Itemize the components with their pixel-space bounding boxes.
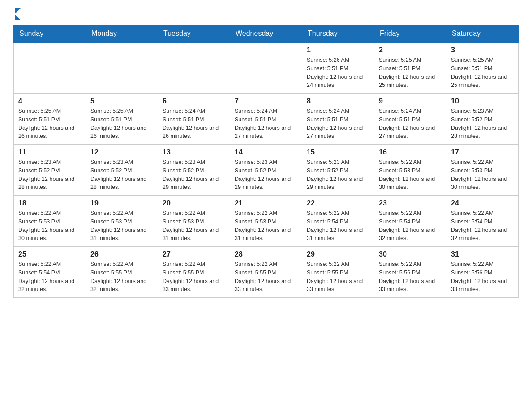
day-of-week-header: Sunday: [14, 25, 86, 43]
calendar-cell: 31Sunrise: 5:22 AM Sunset: 5:56 PM Dayli…: [446, 247, 519, 298]
day-info: Sunrise: 5:25 AM Sunset: 5:51 PM Dayligh…: [451, 56, 514, 90]
day-number: 1: [307, 46, 369, 54]
day-info: Sunrise: 5:22 AM Sunset: 5:55 PM Dayligh…: [307, 260, 369, 294]
calendar-cell: 26Sunrise: 5:22 AM Sunset: 5:55 PM Dayli…: [86, 247, 158, 298]
calendar-cell: 22Sunrise: 5:22 AM Sunset: 5:54 PM Dayli…: [302, 196, 374, 247]
day-number: 30: [379, 250, 442, 258]
day-info: Sunrise: 5:25 AM Sunset: 5:51 PM Dayligh…: [379, 56, 442, 90]
day-number: 24: [451, 199, 514, 207]
day-info: Sunrise: 5:22 AM Sunset: 5:54 PM Dayligh…: [307, 209, 369, 243]
calendar-week-row: 25Sunrise: 5:22 AM Sunset: 5:54 PM Dayli…: [14, 247, 519, 298]
day-info: Sunrise: 5:24 AM Sunset: 5:51 PM Dayligh…: [307, 107, 369, 141]
day-info: Sunrise: 5:23 AM Sunset: 5:52 PM Dayligh…: [235, 158, 297, 192]
day-info: Sunrise: 5:22 AM Sunset: 5:53 PM Dayligh…: [379, 158, 442, 192]
calendar-cell: 2Sunrise: 5:25 AM Sunset: 5:51 PM Daylig…: [374, 43, 446, 94]
calendar-cell: 20Sunrise: 5:22 AM Sunset: 5:53 PM Dayli…: [158, 196, 230, 247]
calendar-week-row: 4Sunrise: 5:25 AM Sunset: 5:51 PM Daylig…: [14, 94, 519, 145]
day-of-week-header: Tuesday: [158, 25, 230, 43]
calendar-cell: 21Sunrise: 5:22 AM Sunset: 5:53 PM Dayli…: [230, 196, 302, 247]
logo: [13, 9, 21, 20]
day-number: 17: [451, 148, 514, 156]
day-number: 8: [307, 97, 369, 105]
day-number: 25: [18, 250, 81, 258]
calendar-cell: 14Sunrise: 5:23 AM Sunset: 5:52 PM Dayli…: [230, 145, 302, 196]
calendar-cell: 25Sunrise: 5:22 AM Sunset: 5:54 PM Dayli…: [14, 247, 86, 298]
calendar-cell: [230, 43, 302, 94]
day-number: 13: [163, 148, 225, 156]
day-of-week-header: Thursday: [302, 25, 374, 43]
day-info: Sunrise: 5:25 AM Sunset: 5:51 PM Dayligh…: [18, 107, 81, 141]
day-info: Sunrise: 5:22 AM Sunset: 5:55 PM Dayligh…: [163, 260, 225, 294]
calendar-table: SundayMondayTuesdayWednesdayThursdayFrid…: [13, 25, 519, 298]
day-info: Sunrise: 5:24 AM Sunset: 5:51 PM Dayligh…: [235, 107, 297, 141]
day-number: 11: [18, 148, 81, 156]
day-info: Sunrise: 5:22 AM Sunset: 5:54 PM Dayligh…: [18, 260, 81, 294]
day-number: 23: [379, 199, 442, 207]
day-info: Sunrise: 5:22 AM Sunset: 5:54 PM Dayligh…: [379, 209, 442, 243]
calendar-cell: 24Sunrise: 5:22 AM Sunset: 5:54 PM Dayli…: [446, 196, 519, 247]
calendar-cell: 17Sunrise: 5:22 AM Sunset: 5:53 PM Dayli…: [446, 145, 519, 196]
day-info: Sunrise: 5:22 AM Sunset: 5:53 PM Dayligh…: [90, 209, 153, 243]
day-of-week-header: Friday: [374, 25, 446, 43]
day-info: Sunrise: 5:22 AM Sunset: 5:55 PM Dayligh…: [235, 260, 297, 294]
day-number: 27: [163, 250, 225, 258]
days-of-week-row: SundayMondayTuesdayWednesdayThursdayFrid…: [14, 25, 519, 43]
calendar-header: SundayMondayTuesdayWednesdayThursdayFrid…: [14, 25, 519, 43]
calendar-cell: 30Sunrise: 5:22 AM Sunset: 5:56 PM Dayli…: [374, 247, 446, 298]
day-info: Sunrise: 5:22 AM Sunset: 5:54 PM Dayligh…: [451, 209, 514, 243]
day-number: 4: [18, 97, 81, 105]
calendar-cell: 19Sunrise: 5:22 AM Sunset: 5:53 PM Dayli…: [86, 196, 158, 247]
calendar-cell: 7Sunrise: 5:24 AM Sunset: 5:51 PM Daylig…: [230, 94, 302, 145]
calendar-cell: 16Sunrise: 5:22 AM Sunset: 5:53 PM Dayli…: [374, 145, 446, 196]
day-info: Sunrise: 5:22 AM Sunset: 5:53 PM Dayligh…: [235, 209, 297, 243]
day-number: 5: [90, 97, 153, 105]
day-number: 3: [451, 46, 514, 54]
day-number: 9: [379, 97, 442, 105]
calendar-cell: 10Sunrise: 5:23 AM Sunset: 5:52 PM Dayli…: [446, 94, 519, 145]
calendar-cell: 12Sunrise: 5:23 AM Sunset: 5:52 PM Dayli…: [86, 145, 158, 196]
day-number: 15: [307, 148, 369, 156]
day-info: Sunrise: 5:23 AM Sunset: 5:52 PM Dayligh…: [163, 158, 225, 192]
day-number: 28: [235, 250, 297, 258]
day-number: 14: [235, 148, 297, 156]
calendar-cell: 13Sunrise: 5:23 AM Sunset: 5:52 PM Dayli…: [158, 145, 230, 196]
day-info: Sunrise: 5:22 AM Sunset: 5:55 PM Dayligh…: [90, 260, 153, 294]
calendar-cell: 5Sunrise: 5:25 AM Sunset: 5:51 PM Daylig…: [86, 94, 158, 145]
day-info: Sunrise: 5:26 AM Sunset: 5:51 PM Dayligh…: [307, 56, 369, 90]
calendar-cell: 27Sunrise: 5:22 AM Sunset: 5:55 PM Dayli…: [158, 247, 230, 298]
calendar-cell: 11Sunrise: 5:23 AM Sunset: 5:52 PM Dayli…: [14, 145, 86, 196]
calendar-cell: 29Sunrise: 5:22 AM Sunset: 5:55 PM Dayli…: [302, 247, 374, 298]
page-header: [13, 9, 519, 20]
day-number: 16: [379, 148, 442, 156]
day-info: Sunrise: 5:23 AM Sunset: 5:52 PM Dayligh…: [307, 158, 369, 192]
day-number: 19: [90, 199, 153, 207]
day-info: Sunrise: 5:23 AM Sunset: 5:52 PM Dayligh…: [451, 107, 514, 141]
calendar-cell: 8Sunrise: 5:24 AM Sunset: 5:51 PM Daylig…: [302, 94, 374, 145]
day-number: 2: [379, 46, 442, 54]
calendar-cell: 1Sunrise: 5:26 AM Sunset: 5:51 PM Daylig…: [302, 43, 374, 94]
calendar-week-row: 18Sunrise: 5:22 AM Sunset: 5:53 PM Dayli…: [14, 196, 519, 247]
day-number: 29: [307, 250, 369, 258]
calendar-cell: 23Sunrise: 5:22 AM Sunset: 5:54 PM Dayli…: [374, 196, 446, 247]
day-number: 6: [163, 97, 225, 105]
calendar-body: 1Sunrise: 5:26 AM Sunset: 5:51 PM Daylig…: [14, 43, 519, 298]
day-number: 7: [235, 97, 297, 105]
calendar-cell: 6Sunrise: 5:24 AM Sunset: 5:51 PM Daylig…: [158, 94, 230, 145]
calendar-week-row: 1Sunrise: 5:26 AM Sunset: 5:51 PM Daylig…: [14, 43, 519, 94]
calendar-cell: [86, 43, 158, 94]
calendar-cell: 4Sunrise: 5:25 AM Sunset: 5:51 PM Daylig…: [14, 94, 86, 145]
day-info: Sunrise: 5:22 AM Sunset: 5:56 PM Dayligh…: [451, 260, 514, 294]
day-info: Sunrise: 5:24 AM Sunset: 5:51 PM Dayligh…: [379, 107, 442, 141]
day-number: 20: [163, 199, 225, 207]
day-number: 22: [307, 199, 369, 207]
calendar-week-row: 11Sunrise: 5:23 AM Sunset: 5:52 PM Dayli…: [14, 145, 519, 196]
day-info: Sunrise: 5:23 AM Sunset: 5:52 PM Dayligh…: [18, 158, 81, 192]
day-info: Sunrise: 5:22 AM Sunset: 5:56 PM Dayligh…: [379, 260, 442, 294]
calendar-cell: 28Sunrise: 5:22 AM Sunset: 5:55 PM Dayli…: [230, 247, 302, 298]
calendar-cell: 3Sunrise: 5:25 AM Sunset: 5:51 PM Daylig…: [446, 43, 519, 94]
calendar-cell: 18Sunrise: 5:22 AM Sunset: 5:53 PM Dayli…: [14, 196, 86, 247]
calendar-cell: [14, 43, 86, 94]
day-number: 18: [18, 199, 81, 207]
day-info: Sunrise: 5:22 AM Sunset: 5:53 PM Dayligh…: [163, 209, 225, 243]
day-info: Sunrise: 5:23 AM Sunset: 5:52 PM Dayligh…: [90, 158, 153, 192]
